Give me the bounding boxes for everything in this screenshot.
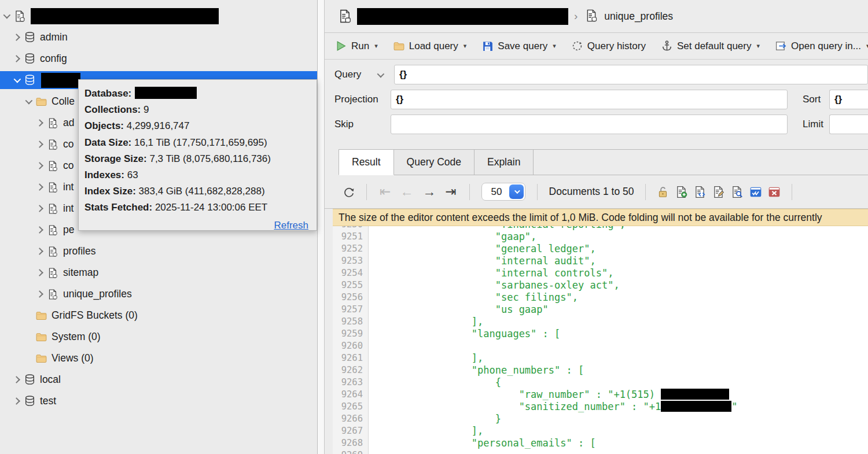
editor-line[interactable]: 9261 ], <box>333 352 868 364</box>
tree-item-admin[interactable]: admin <box>0 27 317 48</box>
editor-line[interactable]: 9254 "internal controls", <box>333 267 868 279</box>
unlock-icon[interactable] <box>657 186 670 198</box>
skip-input[interactable] <box>391 115 788 134</box>
chevron-down-icon[interactable] <box>3 12 10 19</box>
chevron-right-icon[interactable] <box>36 183 43 191</box>
previous-page-button[interactable]: ← <box>400 185 413 198</box>
set-default-query-button[interactable]: Set default query ▾ <box>661 40 760 52</box>
tree-item-connection[interactable] <box>0 5 317 27</box>
chevron-right-icon[interactable] <box>36 141 43 148</box>
tree-item-collection-sitemap[interactable]: sitemap <box>0 262 317 283</box>
tab-query-code[interactable]: Query Code <box>394 149 475 175</box>
load-query-button[interactable]: Load query ▾ <box>393 40 467 52</box>
json-result-editor[interactable]: 9250 "financial reporting", 9251 "gaap",… <box>333 226 868 454</box>
chevron-down-icon[interactable] <box>25 97 32 105</box>
chevron-right-icon[interactable] <box>36 269 43 276</box>
code-text: "raw_number" : "+1(515) <box>369 389 661 401</box>
add-document-icon[interactable] <box>675 186 688 198</box>
document-json-icon[interactable] <box>694 186 707 198</box>
editor-lines: 9250 "financial reporting", 9251 "gaap",… <box>333 226 868 454</box>
tree-item-config[interactable]: config <box>0 48 317 69</box>
editor-line[interactable]: 9260 <box>333 340 868 352</box>
tree-item-local[interactable]: local <box>0 369 317 390</box>
refresh-link[interactable]: Refresh <box>274 220 308 231</box>
editor-line[interactable]: 9263 { <box>333 377 868 389</box>
breadcrumb-separator: › <box>574 10 578 23</box>
query-history-button[interactable]: Query history <box>571 40 646 52</box>
view-document-icon[interactable] <box>731 186 744 198</box>
tree-item-collection-profiles[interactable]: profiles <box>0 241 317 262</box>
open-query-in-button[interactable]: Open query in... ▾ <box>775 40 868 52</box>
editor-line[interactable]: 9262 "phone_numbers" : [ <box>333 364 868 377</box>
page-size-value: 50 <box>491 186 502 198</box>
projection-input[interactable] <box>391 90 788 109</box>
chevron-right-icon[interactable] <box>13 55 20 62</box>
save-query-button[interactable]: Save query ▾ <box>481 40 556 52</box>
code-text: "phone_numbers" : [ <box>369 364 584 377</box>
chevron-right-icon[interactable] <box>36 162 43 169</box>
limit-label: Limit <box>803 119 829 130</box>
tree-item-label: Views (0) <box>52 352 94 364</box>
editor-line[interactable]: 9269 <box>333 449 868 454</box>
stat-objects: Objects: 4,299,916,747 <box>84 118 308 134</box>
delete-document-icon[interactable] <box>768 186 781 198</box>
tree-item-views[interactable]: Views (0) <box>0 348 317 369</box>
sort-input[interactable] <box>829 90 868 109</box>
database-icon <box>24 374 36 386</box>
editor-line[interactable]: 9253 "internal audit", <box>333 255 868 267</box>
chevron-down-icon[interactable] <box>13 76 21 83</box>
editor-line[interactable]: 9251 "gaap", <box>333 231 868 243</box>
tree-item-collection-unique-profiles[interactable]: unique_profiles <box>0 283 317 305</box>
collection-icon <box>47 202 60 215</box>
chevron-right-icon[interactable] <box>13 376 20 383</box>
tree-item-test[interactable]: test <box>0 390 317 412</box>
folder-icon <box>35 95 48 108</box>
tab-result[interactable]: Result <box>339 149 394 175</box>
editor-line[interactable]: 9257 "us gaap" <box>333 304 868 316</box>
line-number: 9251 <box>333 231 369 243</box>
panel-splitter[interactable] <box>317 0 325 454</box>
chevron-right-icon[interactable] <box>13 397 20 405</box>
limit-input[interactable] <box>829 115 868 134</box>
editor-line[interactable]: 9266 } <box>333 413 868 425</box>
editor-line[interactable]: 9268 "personal_emails" : [ <box>333 437 868 449</box>
editor-line[interactable]: 9255 "sarbanes-oxley act", <box>333 279 868 291</box>
tab-explain[interactable]: Explain <box>475 149 534 175</box>
stat-data-size: Data Size: 16,1 TiB (17,750,171,659,695) <box>84 135 308 151</box>
line-number: 9269 <box>333 449 369 454</box>
chevron-right-icon[interactable] <box>36 248 43 255</box>
editor-line[interactable]: 9252 "general ledger", <box>333 243 868 255</box>
run-button[interactable]: Run ▾ <box>335 40 378 52</box>
editor-line[interactable]: 9259 "languages" : [ <box>333 328 868 340</box>
tree-item-label: unique_profiles <box>63 288 132 300</box>
first-page-button[interactable]: ⇤ <box>380 185 391 198</box>
editor-line[interactable]: 9258 ], <box>333 316 868 328</box>
tree-item-system[interactable]: System (0) <box>0 326 317 348</box>
editor-line[interactable]: 9264 "raw_number" : "+1(515) <box>333 389 868 401</box>
chevron-right-icon[interactable] <box>36 226 43 234</box>
tree-item-gridfs-buckets[interactable]: GridFS Buckets (0) <box>0 305 317 326</box>
app-window: admin config Colle ad co <box>0 0 868 454</box>
editor-line[interactable]: 9250 "financial reporting", <box>333 226 868 231</box>
edit-document-icon[interactable] <box>712 186 725 198</box>
chevron-right-icon[interactable] <box>36 119 43 127</box>
refresh-icon[interactable] <box>343 186 355 198</box>
tree-item-label: int <box>63 202 73 215</box>
editor-line[interactable]: 9256 "sec filings", <box>333 291 868 304</box>
chevron-right-icon[interactable] <box>36 205 43 212</box>
page-size-select[interactable]: 50 <box>481 183 525 201</box>
editor-line[interactable]: 9267 ], <box>333 425 868 437</box>
query-input[interactable] <box>394 65 868 84</box>
check-all-icon[interactable] <box>749 186 762 198</box>
database-icon <box>24 74 36 87</box>
query-mode-chevron-icon[interactable] <box>377 70 385 77</box>
chevron-right-icon[interactable] <box>13 34 20 41</box>
editor-line[interactable]: 9265 "sanitized_number" : "+1" <box>333 401 868 413</box>
last-page-button[interactable]: ⇥ <box>445 185 456 198</box>
select-chevron-button[interactable] <box>509 184 524 199</box>
chevron-right-icon[interactable] <box>36 290 43 298</box>
code-text: "internal audit", <box>369 255 596 267</box>
next-page-button[interactable]: → <box>422 185 436 198</box>
tabbar-filler <box>534 149 868 175</box>
line-number: 9262 <box>333 364 369 377</box>
